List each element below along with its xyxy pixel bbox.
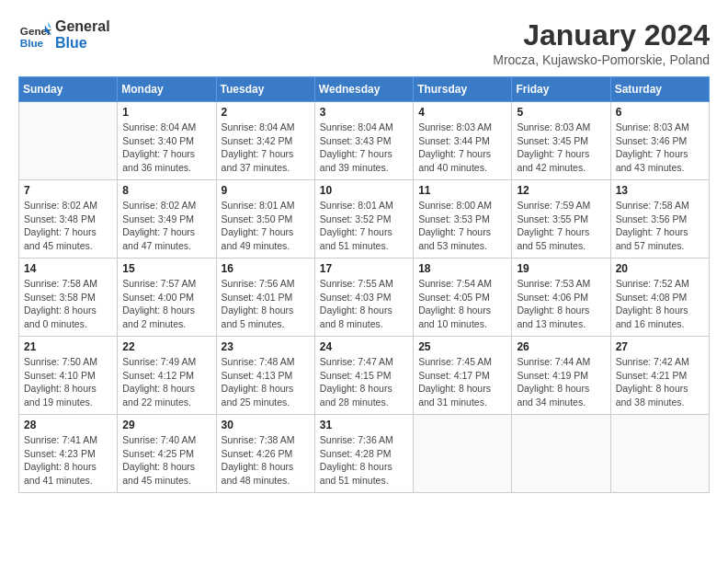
table-row	[512, 415, 610, 493]
table-row: 29Sunrise: 7:40 AM Sunset: 4:25 PM Dayli…	[118, 415, 216, 493]
day-info: Sunrise: 7:45 AM Sunset: 4:17 PM Dayligh…	[418, 355, 506, 409]
day-info: Sunrise: 7:56 AM Sunset: 4:01 PM Dayligh…	[222, 277, 310, 331]
table-row: 18Sunrise: 7:54 AM Sunset: 4:05 PM Dayli…	[414, 259, 512, 337]
day-info: Sunrise: 7:36 AM Sunset: 4:28 PM Dayligh…	[320, 433, 408, 488]
day-info: Sunrise: 8:02 AM Sunset: 3:48 PM Dayligh…	[24, 199, 112, 253]
table-row: 25Sunrise: 7:45 AM Sunset: 4:17 PM Dayli…	[414, 337, 512, 415]
day-info: Sunrise: 7:57 AM Sunset: 4:00 PM Dayligh…	[122, 277, 210, 331]
day-number: 25	[418, 340, 506, 353]
day-info: Sunrise: 8:02 AM Sunset: 3:49 PM Dayligh…	[122, 199, 210, 253]
table-row: 26Sunrise: 7:44 AM Sunset: 4:19 PM Dayli…	[512, 337, 610, 415]
table-row: 2Sunrise: 8:04 AM Sunset: 3:42 PM Daylig…	[216, 102, 314, 180]
day-info: Sunrise: 7:44 AM Sunset: 4:19 PM Dayligh…	[517, 355, 605, 409]
calendar-table: Sunday Monday Tuesday Wednesday Thursday…	[18, 76, 710, 493]
day-number: 1	[122, 106, 210, 119]
table-row	[610, 415, 709, 493]
day-info: Sunrise: 7:40 AM Sunset: 4:25 PM Dayligh…	[122, 433, 210, 488]
table-row: 17Sunrise: 7:55 AM Sunset: 4:03 PM Dayli…	[314, 259, 413, 337]
header-sunday: Sunday	[19, 77, 118, 102]
day-number: 10	[320, 184, 408, 197]
calendar-week-row: 28Sunrise: 7:41 AM Sunset: 4:23 PM Dayli…	[19, 415, 710, 493]
day-info: Sunrise: 8:00 AM Sunset: 3:53 PM Dayligh…	[418, 199, 506, 253]
table-row: 12Sunrise: 7:59 AM Sunset: 3:55 PM Dayli…	[512, 180, 610, 259]
day-info: Sunrise: 8:04 AM Sunset: 3:42 PM Dayligh…	[222, 121, 310, 175]
day-number: 16	[222, 262, 310, 275]
day-number: 19	[517, 262, 605, 275]
day-info: Sunrise: 8:04 AM Sunset: 3:43 PM Dayligh…	[320, 121, 408, 175]
table-row	[19, 102, 118, 180]
table-row: 21Sunrise: 7:50 AM Sunset: 4:10 PM Dayli…	[19, 337, 118, 415]
calendar-week-row: 1Sunrise: 8:04 AM Sunset: 3:40 PM Daylig…	[19, 102, 710, 180]
day-number: 4	[418, 106, 506, 119]
day-number: 20	[616, 262, 704, 275]
calendar-week-row: 21Sunrise: 7:50 AM Sunset: 4:10 PM Dayli…	[19, 337, 710, 415]
day-number: 18	[418, 262, 506, 275]
table-row: 24Sunrise: 7:47 AM Sunset: 4:15 PM Dayli…	[314, 337, 413, 415]
logo-text-general: General	[55, 18, 110, 35]
day-info: Sunrise: 7:53 AM Sunset: 4:06 PM Dayligh…	[517, 277, 605, 331]
weekday-header-row: Sunday Monday Tuesday Wednesday Thursday…	[19, 77, 710, 102]
day-number: 8	[122, 184, 210, 197]
day-info: Sunrise: 8:03 AM Sunset: 3:45 PM Dayligh…	[517, 121, 605, 175]
month-title: January 2024	[493, 18, 710, 52]
table-row: 7Sunrise: 8:02 AM Sunset: 3:48 PM Daylig…	[19, 180, 118, 259]
table-row: 1Sunrise: 8:04 AM Sunset: 3:40 PM Daylig…	[118, 102, 216, 180]
table-row: 28Sunrise: 7:41 AM Sunset: 4:23 PM Dayli…	[19, 415, 118, 493]
logo: General Blue General Blue	[18, 18, 110, 52]
day-info: Sunrise: 7:58 AM Sunset: 3:58 PM Dayligh…	[24, 277, 112, 331]
table-row: 3Sunrise: 8:04 AM Sunset: 3:43 PM Daylig…	[314, 102, 413, 180]
day-info: Sunrise: 7:59 AM Sunset: 3:55 PM Dayligh…	[517, 199, 605, 253]
title-block: January 2024 Mrocza, Kujawsko-Pomorskie,…	[493, 18, 710, 67]
day-number: 26	[517, 340, 605, 353]
day-number: 9	[222, 184, 310, 197]
day-info: Sunrise: 8:01 AM Sunset: 3:50 PM Dayligh…	[222, 199, 310, 253]
day-number: 23	[222, 340, 310, 353]
table-row: 11Sunrise: 8:00 AM Sunset: 3:53 PM Dayli…	[414, 180, 512, 259]
day-number: 28	[24, 419, 112, 431]
day-info: Sunrise: 7:41 AM Sunset: 4:23 PM Dayligh…	[24, 433, 112, 488]
table-row	[414, 415, 512, 493]
table-row: 6Sunrise: 8:03 AM Sunset: 3:46 PM Daylig…	[610, 102, 709, 180]
day-info: Sunrise: 7:38 AM Sunset: 4:26 PM Dayligh…	[222, 433, 310, 488]
day-info: Sunrise: 8:03 AM Sunset: 3:46 PM Dayligh…	[616, 121, 704, 175]
day-number: 12	[517, 184, 605, 197]
header-monday: Monday	[118, 77, 216, 102]
day-number: 29	[122, 419, 210, 431]
table-row: 16Sunrise: 7:56 AM Sunset: 4:01 PM Dayli…	[216, 259, 314, 337]
table-row: 9Sunrise: 8:01 AM Sunset: 3:50 PM Daylig…	[216, 180, 314, 259]
location-subtitle: Mrocza, Kujawsko-Pomorskie, Poland	[493, 52, 710, 67]
page-header: General Blue General Blue January 2024 M…	[18, 18, 710, 67]
day-number: 3	[320, 106, 408, 119]
day-number: 6	[616, 106, 704, 119]
day-number: 27	[616, 340, 704, 353]
table-row: 5Sunrise: 8:03 AM Sunset: 3:45 PM Daylig…	[512, 102, 610, 180]
calendar-week-row: 14Sunrise: 7:58 AM Sunset: 3:58 PM Dayli…	[19, 259, 710, 337]
day-info: Sunrise: 7:55 AM Sunset: 4:03 PM Dayligh…	[320, 277, 408, 331]
day-number: 21	[24, 340, 112, 353]
table-row: 4Sunrise: 8:03 AM Sunset: 3:44 PM Daylig…	[414, 102, 512, 180]
table-row: 8Sunrise: 8:02 AM Sunset: 3:49 PM Daylig…	[118, 180, 216, 259]
table-row: 14Sunrise: 7:58 AM Sunset: 3:58 PM Dayli…	[19, 259, 118, 337]
header-tuesday: Tuesday	[216, 77, 314, 102]
day-number: 31	[320, 419, 408, 431]
table-row: 19Sunrise: 7:53 AM Sunset: 4:06 PM Dayli…	[512, 259, 610, 337]
day-number: 5	[517, 106, 605, 119]
day-number: 17	[320, 262, 408, 275]
header-wednesday: Wednesday	[314, 77, 413, 102]
day-number: 11	[418, 184, 506, 197]
header-friday: Friday	[512, 77, 610, 102]
day-info: Sunrise: 7:58 AM Sunset: 3:56 PM Dayligh…	[616, 199, 704, 253]
table-row: 30Sunrise: 7:38 AM Sunset: 4:26 PM Dayli…	[216, 415, 314, 493]
table-row: 31Sunrise: 7:36 AM Sunset: 4:28 PM Dayli…	[314, 415, 413, 493]
header-thursday: Thursday	[414, 77, 512, 102]
day-info: Sunrise: 7:48 AM Sunset: 4:13 PM Dayligh…	[222, 355, 310, 409]
day-number: 13	[616, 184, 704, 197]
table-row: 23Sunrise: 7:48 AM Sunset: 4:13 PM Dayli…	[216, 337, 314, 415]
day-number: 24	[320, 340, 408, 353]
day-info: Sunrise: 8:04 AM Sunset: 3:40 PM Dayligh…	[122, 121, 210, 175]
table-row: 15Sunrise: 7:57 AM Sunset: 4:00 PM Dayli…	[118, 259, 216, 337]
table-row: 27Sunrise: 7:42 AM Sunset: 4:21 PM Dayli…	[610, 337, 709, 415]
day-info: Sunrise: 7:50 AM Sunset: 4:10 PM Dayligh…	[24, 355, 112, 409]
day-info: Sunrise: 8:03 AM Sunset: 3:44 PM Dayligh…	[418, 121, 506, 175]
day-info: Sunrise: 7:42 AM Sunset: 4:21 PM Dayligh…	[616, 355, 704, 409]
